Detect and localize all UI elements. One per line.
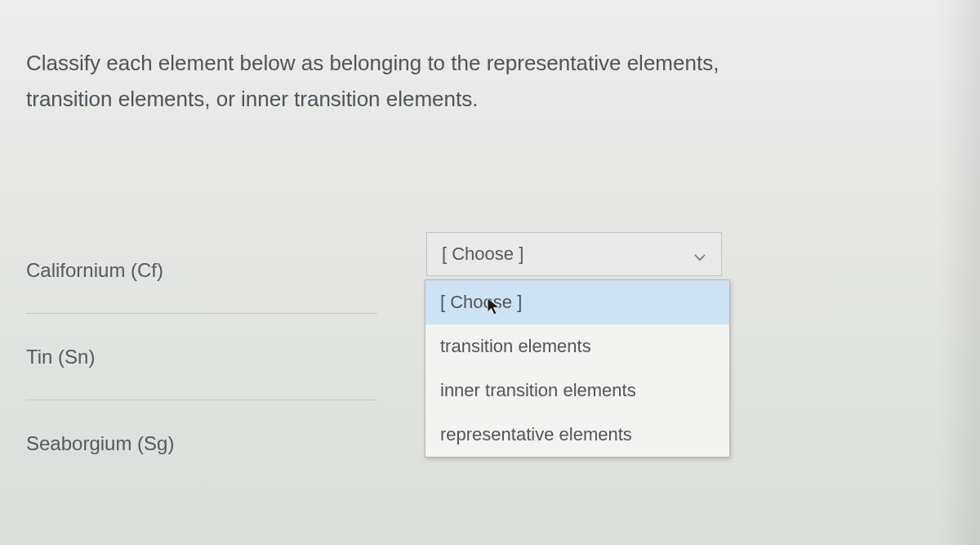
- label-seaborgium: Seaborgium (Sg): [26, 432, 377, 455]
- select-californium-dropdown: [ Choose ] transition elements inner tra…: [425, 279, 730, 458]
- chevron-down-icon: [693, 248, 706, 261]
- items-area: Californium (Cf) [ Choose ] [ Choose ] t…: [26, 227, 954, 487]
- label-tin: Tin (Sn): [26, 346, 377, 369]
- row-californium: Californium (Cf) [ Choose ] [ Choose ] t…: [26, 227, 954, 314]
- select-californium[interactable]: [ Choose ]: [426, 232, 722, 276]
- select-californium-value: [ Choose ]: [442, 243, 523, 265]
- question-prompt: Classify each element below as belonging…: [26, 45, 777, 117]
- option-inner-transition[interactable]: inner transition elements: [425, 369, 729, 413]
- option-choose[interactable]: [ Choose ]: [425, 280, 729, 324]
- option-representative[interactable]: representative elements: [425, 413, 729, 457]
- label-californium: Californium (Cf): [26, 259, 377, 282]
- option-transition[interactable]: transition elements: [425, 324, 729, 369]
